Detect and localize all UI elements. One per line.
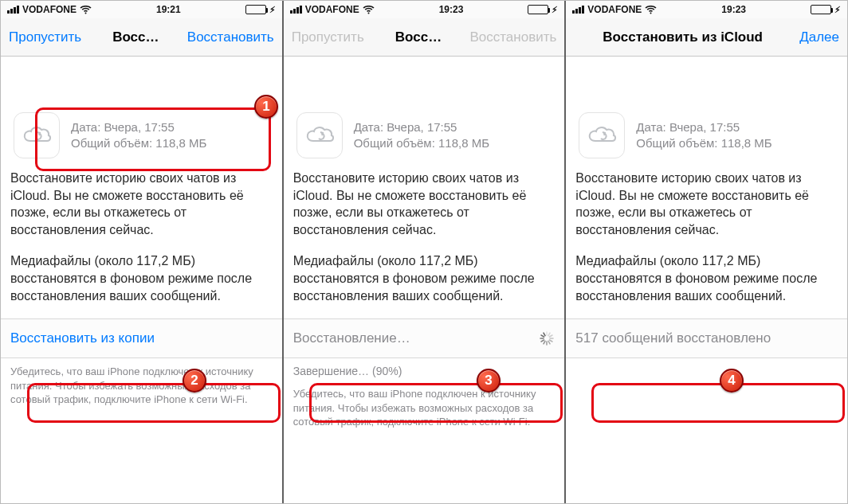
wifi-icon bbox=[363, 6, 375, 14]
charging-icon: ⚡︎ bbox=[552, 5, 558, 15]
content: Дата: Вчера, 17:55 Общий объём: 118,8 МБ… bbox=[566, 57, 847, 503]
clock: 19:23 bbox=[721, 4, 746, 15]
wifi-icon bbox=[645, 6, 657, 14]
signal-icon bbox=[7, 6, 19, 14]
charging-icon: ⚡︎ bbox=[269, 5, 276, 15]
phone-screen: VODAFONE 19:21 ⚡︎ Пропустить Восс… Восст… bbox=[1, 1, 284, 503]
restore-action-row[interactable]: Восстановить из копии bbox=[1, 318, 282, 358]
cloud-restore-icon bbox=[14, 112, 60, 158]
nav-skip-button[interactable]: Пропустить bbox=[9, 29, 93, 45]
nav-title: Восс… bbox=[93, 29, 179, 45]
wifi-hint: Убедитесь, что ваш iPhone подключен к ис… bbox=[293, 381, 556, 429]
svg-line-4 bbox=[550, 335, 552, 337]
backup-info-row: Дата: Вчера, 17:55 Общий объём: 118,8 МБ bbox=[10, 106, 273, 170]
carrier-label: VODAFONE bbox=[22, 4, 77, 15]
content: Дата: Вчера, 17:55 Общий объём: 118,8 МБ… bbox=[1, 57, 282, 503]
restore-action-label: Восстановить из копии bbox=[10, 330, 155, 346]
svg-point-1 bbox=[367, 12, 369, 14]
backup-size: Общий объём: 118,8 МБ bbox=[71, 135, 206, 151]
backup-date: Дата: Вчера, 17:55 bbox=[71, 119, 206, 135]
restore-description-1: Восстановите историю своих чатов из iClo… bbox=[575, 170, 838, 238]
nav-action-button[interactable]: Далее bbox=[791, 29, 839, 45]
backup-date: Дата: Вчера, 17:55 bbox=[354, 119, 489, 135]
svg-point-0 bbox=[85, 12, 87, 14]
nav-bar: Пропустить Восс… Восстановить bbox=[1, 18, 282, 57]
restore-description-1: Восстановите историю своих чатов из iClo… bbox=[10, 170, 273, 238]
battery-icon bbox=[811, 5, 831, 14]
nav-action-button[interactable]: Восстановить bbox=[179, 29, 274, 45]
phone-screen: VODAFONE 19:23 ⚡︎ Пропустить Восс… Восст… bbox=[284, 1, 567, 503]
svg-line-12 bbox=[541, 335, 544, 337]
restore-action-row: Восстановление… bbox=[284, 318, 565, 358]
phone-row: VODAFONE 19:21 ⚡︎ Пропустить Восс… Восст… bbox=[1, 1, 847, 503]
status-bar: VODAFONE 19:23 ⚡︎ bbox=[566, 1, 847, 18]
wifi-hint: Убедитесь, что ваш iPhone подключен к ис… bbox=[10, 358, 273, 407]
svg-line-10 bbox=[541, 340, 544, 342]
clock: 19:23 bbox=[439, 4, 464, 15]
cloud-restore-icon bbox=[579, 112, 625, 158]
restore-action-row: 517 сообщений восстановлено bbox=[566, 318, 847, 358]
phone-screen: VODAFONE 19:23 ⚡︎ Восстановить из iCloud… bbox=[566, 1, 847, 503]
clock: 19:21 bbox=[156, 4, 181, 15]
stage: VODAFONE 19:21 ⚡︎ Пропустить Восс… Восст… bbox=[0, 0, 848, 504]
restore-description-1: Восстановите историю своих чатов из iClo… bbox=[293, 170, 556, 238]
nav-title: Восстановить из iCloud bbox=[574, 29, 791, 45]
content: Дата: Вчера, 17:55 Общий объём: 118,8 МБ… bbox=[284, 57, 565, 503]
status-bar: VODAFONE 19:21 ⚡︎ bbox=[1, 1, 282, 18]
nav-bar: Восстановить из iCloud Далее bbox=[566, 18, 847, 57]
backup-info-row: Дата: Вчера, 17:55 Общий объём: 118,8 МБ bbox=[293, 106, 556, 170]
nav-action-button: Восстановить bbox=[461, 29, 556, 45]
charging-icon: ⚡︎ bbox=[834, 5, 841, 15]
signal-icon bbox=[290, 6, 302, 14]
progress-text: Завершение… (90%) bbox=[293, 358, 556, 381]
svg-line-7 bbox=[548, 342, 550, 344]
svg-line-6 bbox=[550, 340, 552, 342]
battery-icon bbox=[528, 5, 548, 14]
backup-size: Общий объём: 118,8 МБ bbox=[354, 135, 489, 151]
restore-description-2: Медиафайлы (около 117,2 МБ) восстановятс… bbox=[575, 252, 838, 304]
backup-size: Общий объём: 118,8 МБ bbox=[636, 135, 771, 151]
cloud-restore-icon bbox=[296, 112, 343, 158]
wifi-icon bbox=[80, 6, 92, 14]
carrier-label: VODAFONE bbox=[305, 4, 359, 15]
svg-line-9 bbox=[544, 342, 545, 344]
signal-icon bbox=[572, 6, 584, 14]
restore-description-2: Медиафайлы (около 117,2 МБ) восстановятс… bbox=[10, 252, 273, 304]
carrier-label: VODAFONE bbox=[587, 4, 642, 15]
svg-line-13 bbox=[544, 333, 545, 335]
restore-action-label: Восстановление… bbox=[293, 330, 410, 346]
restore-description-2: Медиафайлы (около 117,2 МБ) восстановятс… bbox=[293, 252, 556, 304]
spinner-icon bbox=[539, 330, 555, 346]
svg-line-3 bbox=[548, 333, 550, 335]
nav-bar: Пропустить Восс… Восстановить bbox=[284, 18, 565, 57]
status-bar: VODAFONE 19:23 ⚡︎ bbox=[284, 1, 565, 18]
battery-icon bbox=[245, 5, 266, 14]
restore-action-label: 517 сообщений восстановлено bbox=[575, 330, 771, 346]
backup-date: Дата: Вчера, 17:55 bbox=[636, 119, 771, 135]
nav-skip-button: Пропустить bbox=[292, 29, 376, 45]
backup-info-row: Дата: Вчера, 17:55 Общий объём: 118,8 МБ bbox=[575, 106, 838, 170]
svg-point-14 bbox=[650, 12, 652, 14]
nav-title: Восс… bbox=[376, 29, 461, 45]
